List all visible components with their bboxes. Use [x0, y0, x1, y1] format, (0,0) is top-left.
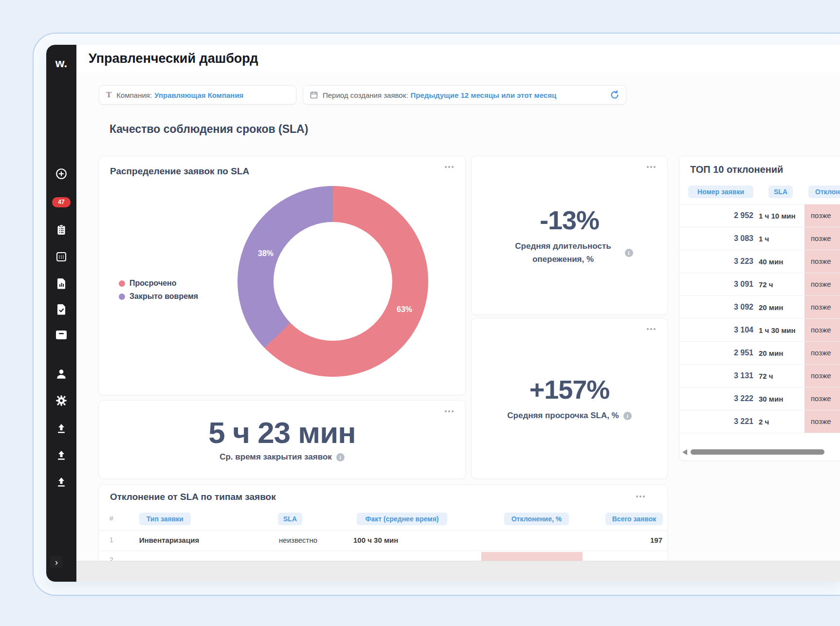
plus-circle-icon [55, 167, 68, 180]
kpi-close-time-caption: Ср. время закрытия заявок [219, 451, 332, 463]
sidebar-item-notifications-badge[interactable]: 47 [46, 195, 76, 209]
table-row: 2 9521 ч 10 мин [679, 204, 840, 227]
upload-icon [55, 449, 67, 461]
deviation-table-header: # Тип заявки SLA Факт (среднее время) От… [99, 513, 667, 525]
top10-title: ТОП 10 отклонений [690, 164, 783, 175]
card-menu-button[interactable] [644, 325, 658, 333]
kpi-overdue-card: +157% Средняя просрочка SLA, % i [471, 318, 668, 479]
request-number: 3 223 [679, 257, 753, 266]
clipboard-icon [55, 224, 67, 236]
table-row: 3 13172 ч [679, 365, 840, 387]
table-row: 3 22340 мин [679, 250, 840, 273]
table-row: 3 2212 ч [679, 410, 840, 433]
table-row: 1 Инвентаризация неизвестно 100 ч 30 мин… [99, 530, 667, 551]
period-filter-value[interactable]: Предыдущие 12 месяцы или этот месяц [410, 91, 556, 99]
period-filter[interactable]: Период создания заявок: Предыдущие 12 ме… [303, 85, 626, 105]
horizontal-scrollbar[interactable] [691, 449, 824, 455]
donut-slice-label: 38% [258, 249, 274, 258]
info-icon[interactable]: i [625, 249, 633, 257]
top10-deviations-card: ТОП 10 отклонений Номер заявки SLA Откло… [679, 156, 840, 461]
company-filter[interactable]: T Компания: Управляющая Компания [99, 85, 296, 105]
request-number: 3 104 [679, 326, 753, 334]
table-row: 3 1041 ч 30 мин [679, 319, 840, 342]
column-sla[interactable]: SLA [278, 513, 302, 525]
viewport-cutoff-strip [76, 561, 840, 582]
divider [99, 551, 667, 551]
sla-value: 1 ч 10 мин [759, 212, 796, 220]
sla-value: 20 мин [759, 349, 783, 357]
sidebar-item-user-icon[interactable] [46, 367, 76, 381]
user-icon [55, 368, 68, 380]
sidebar-item-task-document-icon[interactable] [46, 302, 76, 316]
card-menu-button[interactable] [442, 163, 457, 171]
kpi-overdue-caption: Средняя просрочка SLA, % [507, 409, 619, 422]
sidebar: w. 47 › [46, 45, 76, 582]
row-sla: неизвестно [279, 536, 317, 544]
sidebar-item-calendar-icon[interactable] [46, 249, 76, 264]
top10-column-number[interactable]: Номер заявки [688, 185, 753, 198]
request-number: 3 091 [679, 280, 753, 289]
column-deviation[interactable]: Отклонение, % [504, 513, 569, 525]
section-title: Качество соблюдения сроков (SLA) [110, 123, 308, 136]
column-fact[interactable]: Факт (среднее время) [357, 513, 447, 525]
column-request-type[interactable]: Тип заявки [139, 513, 191, 525]
company-filter-value[interactable]: Управляющая Компания [154, 91, 243, 99]
card-menu-button[interactable] [633, 493, 648, 500]
request-number: 3 222 [679, 394, 753, 403]
main-area: Управленческий дашборд T Компания: Управ… [76, 45, 840, 582]
kpi-overdue-value: +157% [530, 374, 610, 405]
period-filter-label: Период создания заявок: [323, 91, 408, 99]
donut-legend: ПросроченоЗакрыто вовремя [119, 279, 198, 305]
sidebar-item-upload-icon[interactable] [46, 421, 76, 436]
table-row: 3 0831 ч [679, 227, 840, 250]
sidebar-item-settings-gear-icon[interactable] [46, 393, 76, 408]
ellipsis-icon [636, 496, 645, 497]
legend-item[interactable]: Закрыто вовремя [119, 292, 198, 301]
donut-card-title: Распределение заявок по SLA [110, 166, 249, 177]
company-filter-label: Компания: [116, 91, 152, 99]
sidebar-item-upload-icon[interactable] [46, 448, 76, 462]
sidebar-item-plus-circle-icon[interactable] [46, 166, 76, 181]
request-number: 3 221 [679, 417, 753, 426]
sla-value: 1 ч 30 мин [759, 326, 796, 334]
table-row: 3 09220 мин [679, 296, 840, 319]
column-total[interactable]: Всего заявок [605, 513, 663, 525]
archive-box-icon [55, 329, 68, 341]
info-icon[interactable]: i [623, 412, 632, 420]
sla-value: 1 ч [759, 235, 769, 243]
ellipsis-icon [647, 166, 656, 168]
task-document-icon [56, 303, 67, 315]
row-index: 1 [110, 536, 113, 544]
sidebar-item-archive-box-icon[interactable] [46, 328, 76, 342]
legend-item[interactable]: Просрочено [119, 279, 198, 288]
deviation-table-title: Отклонение от SLA по типам заявок [110, 492, 276, 502]
text-filter-icon: T [106, 90, 111, 100]
sidebar-expand-button[interactable]: › [50, 556, 63, 569]
card-menu-button[interactable] [644, 163, 658, 171]
card-menu-button[interactable] [442, 407, 457, 415]
kpi-lead-caption: Средняя длительность опережения, % [506, 240, 621, 266]
sidebar-item-report-document-icon[interactable] [46, 276, 76, 291]
sidebar-item-upload-icon[interactable] [46, 475, 76, 489]
app-window: w. 47 › Управленческий дашборд T Компани… [46, 45, 840, 582]
sla-value: 20 мин [759, 303, 783, 312]
ellipsis-icon [445, 410, 454, 412]
top10-column-deviation[interactable]: Отклонение [808, 185, 840, 198]
request-number: 2 951 [679, 349, 753, 357]
sla-value: 72 ч [759, 280, 773, 289]
upload-icon [55, 423, 67, 434]
table-row: 3 09172 ч [679, 273, 840, 296]
page-background: w. 47 › Управленческий дашборд T Компани… [0, 0, 840, 626]
donut-chart[interactable]: 63%38% [237, 186, 428, 377]
report-document-icon [56, 277, 67, 289]
kpi-lead-card: -13% Средняя длительность опережения, % … [471, 156, 668, 315]
donut-slice-label: 63% [397, 305, 412, 314]
info-icon[interactable]: i [336, 453, 345, 461]
top10-column-sla[interactable]: SLA [768, 185, 793, 198]
request-number: 3 083 [679, 234, 753, 243]
scroll-left-arrow-icon[interactable] [682, 449, 687, 455]
ellipsis-icon [445, 166, 454, 168]
table-row: 3 22230 мин [679, 387, 840, 410]
refresh-icon[interactable] [609, 90, 620, 100]
sidebar-item-clipboard-icon[interactable] [46, 222, 76, 237]
